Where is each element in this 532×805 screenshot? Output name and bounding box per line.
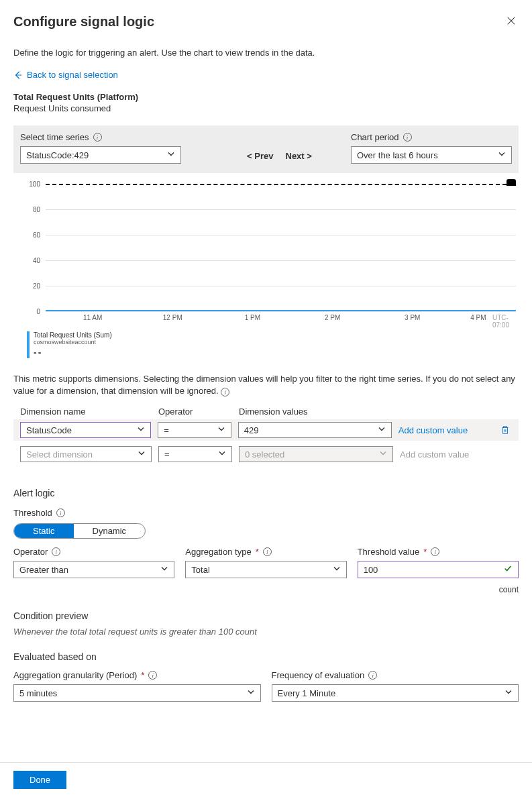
dim-col-name: Dimension name — [20, 407, 152, 417]
timezone-label: UTC-07:00 — [492, 314, 516, 329]
data-series-line — [46, 310, 516, 311]
chevron-down-icon — [217, 425, 225, 435]
xtick: 2 PM — [325, 314, 340, 321]
chevron-down-icon — [137, 425, 145, 435]
chart-period-value: Over the last 6 hours — [357, 150, 438, 160]
required-asterisk: * — [141, 670, 144, 680]
dimension-values-select[interactable]: 0 selected — [239, 446, 393, 462]
next-button[interactable]: Next > — [286, 151, 312, 161]
chevron-down-icon — [498, 150, 506, 160]
threshold-line — [46, 184, 507, 185]
chart-period-label: Chart period — [351, 132, 399, 142]
ytick: 0 — [24, 308, 40, 315]
required-asterisk: * — [256, 547, 259, 557]
dimension-name-select[interactable]: StatusCode — [20, 422, 151, 438]
dim-col-values: Dimension values — [239, 407, 393, 417]
condition-preview-heading: Condition preview — [13, 610, 519, 621]
info-icon[interactable]: i — [56, 508, 65, 517]
time-series-label: Select time series — [20, 132, 89, 142]
aggregation-label: Aggregation type — [185, 547, 251, 557]
xtick: 1 PM — [245, 314, 260, 321]
threshold-unit: count — [358, 585, 519, 594]
chart-period-select[interactable]: Over the last 6 hours — [351, 146, 512, 164]
granularity-select[interactable]: 5 minutes — [13, 684, 261, 702]
chevron-down-icon — [167, 150, 175, 160]
operator-select[interactable]: Greater than — [13, 561, 174, 578]
info-icon[interactable]: i — [148, 671, 157, 680]
ytick: 80 — [24, 206, 40, 213]
dim-col-operator: Operator — [158, 407, 232, 417]
time-series-select[interactable]: StatusCode:429 — [20, 146, 181, 164]
legend-value: -- — [34, 347, 112, 358]
close-button[interactable] — [504, 12, 519, 32]
threshold-value-label: Threshold value — [358, 547, 420, 557]
chevron-down-icon — [247, 688, 255, 698]
ytick: 100 — [24, 180, 40, 188]
info-icon[interactable]: i — [263, 547, 272, 556]
chevron-down-icon — [138, 449, 146, 460]
close-icon — [507, 16, 516, 25]
xtick: 11 AM — [83, 314, 102, 321]
signal-name: Total Request Units (Platform) — [13, 92, 519, 102]
frequency-select[interactable]: Every 1 Minute — [272, 684, 519, 702]
back-link-text: Back to signal selection — [27, 70, 118, 80]
chevron-down-icon — [379, 449, 387, 460]
gridline — [46, 286, 516, 286]
chevron-down-icon — [504, 688, 513, 698]
dimension-name-select[interactable]: Select dimension — [20, 446, 152, 462]
add-custom-value-link[interactable]: Add custom value — [398, 425, 492, 435]
threshold-static-option[interactable]: Static — [14, 524, 74, 538]
condition-preview-text: Whenever the total total request units i… — [13, 627, 519, 637]
chevron-down-icon — [378, 425, 386, 435]
back-link[interactable]: Back to signal selection — [13, 70, 118, 80]
info-icon[interactable]: i — [368, 671, 377, 680]
chart-controls-band: Select time series i StatusCode:429 < Pr… — [13, 125, 519, 173]
ytick: 40 — [24, 257, 40, 264]
gridline — [46, 260, 516, 261]
xtick: 4 PM — [470, 314, 486, 321]
frequency-label: Frequency of evaluation — [272, 670, 365, 680]
xtick: 12 PM — [163, 314, 182, 321]
dimension-values-select[interactable]: 429 — [238, 422, 392, 438]
legend-color-swatch — [27, 331, 30, 358]
info-icon[interactable]: i — [221, 388, 229, 396]
chevron-down-icon — [160, 565, 168, 575]
arrow-left-icon — [13, 70, 23, 80]
required-asterisk: * — [423, 547, 427, 557]
dimension-row: StatusCode = 429 Add custom value — [20, 422, 512, 438]
signal-description: Request Units consumed — [13, 103, 519, 113]
delete-dimension-button[interactable] — [498, 425, 512, 435]
ytick: 20 — [24, 282, 40, 290]
operator-label: Operator — [13, 547, 48, 557]
dimension-operator-select[interactable]: = — [158, 422, 231, 438]
aggregation-select[interactable]: Total — [185, 561, 346, 578]
ytick: 60 — [24, 231, 40, 239]
trash-icon — [500, 425, 510, 435]
evaluated-heading: Evaluated based on — [13, 651, 519, 662]
dimensions-intro: This metric supports dimensions. Selecti… — [13, 373, 519, 397]
page-subtitle: Define the logic for triggering an alert… — [13, 48, 519, 58]
prev-button[interactable]: < Prev — [247, 151, 273, 161]
gridline — [46, 235, 516, 235]
info-icon[interactable]: i — [431, 547, 439, 556]
check-icon — [503, 564, 513, 576]
threshold-toggle: Static Dynamic — [13, 523, 146, 539]
info-icon[interactable]: i — [52, 547, 60, 556]
legend-series-name: Total Request Units (Sum) — [34, 331, 112, 339]
xtick: 3 PM — [405, 314, 420, 321]
chevron-down-icon — [333, 565, 341, 575]
info-icon[interactable]: i — [93, 133, 102, 142]
chevron-down-icon — [218, 449, 226, 460]
chart: 100 80 60 40 20 0 11 AM 12 PM 1 PM 2 PM … — [13, 184, 519, 358]
granularity-label: Aggregation granularity (Period) — [13, 670, 137, 680]
dimension-row: Select dimension = 0 selected Add custom… — [20, 446, 512, 462]
dimension-operator-select[interactable]: = — [158, 446, 232, 462]
gridline — [46, 209, 516, 210]
threshold-handle[interactable] — [507, 179, 516, 186]
done-button[interactable]: Done — [13, 771, 66, 789]
threshold-dynamic-option[interactable]: Dynamic — [74, 524, 146, 538]
add-custom-value-link: Add custom value — [400, 449, 494, 460]
threshold-value-input[interactable]: 100 — [358, 561, 519, 578]
info-icon[interactable]: i — [403, 133, 412, 142]
time-series-value: StatusCode:429 — [26, 150, 89, 160]
